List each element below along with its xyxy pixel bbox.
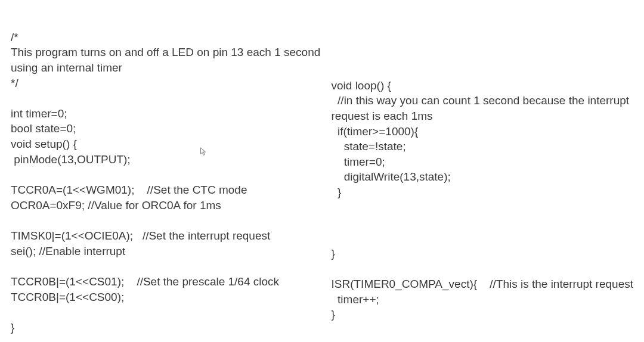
- code-line: //in this way you can count 1 second bec…: [332, 94, 630, 107]
- code-line: /*: [11, 31, 18, 43]
- code-line: }: [332, 186, 342, 198]
- code-line: state=!state;: [332, 140, 406, 153]
- code-line: pinMode(13,OUTPUT);: [11, 153, 131, 166]
- code-line: This program turns on and off a LED on p…: [11, 46, 320, 58]
- code-line: TCCR0A=(1<<WGM01); //Set the CTC mode: [11, 184, 247, 196]
- code-line: TCCR0B|=(1<<CS00);: [11, 291, 124, 303]
- code-line: bool state=0;: [11, 122, 76, 135]
- code-line: */: [11, 77, 18, 89]
- code-line: }: [332, 247, 335, 260]
- code-line: void setup() {: [11, 138, 77, 150]
- code-line: OCR0A=0xF9; //Value for ORC0A for 1ms: [11, 199, 221, 212]
- code-line: }: [332, 308, 335, 321]
- code-column-right: void loop() { //in this way you can coun…: [332, 14, 633, 335]
- code-line: TIMSK0|=(1<<OCIE0A); //Set the interrupt…: [11, 229, 270, 242]
- code-line: void loop() {: [332, 79, 391, 92]
- code-line: int timer=0;: [11, 107, 67, 120]
- code-line: digitalWrite(13,state);: [332, 170, 451, 183]
- code-line: TCCR0B|=(1<<CS01); //Set the prescale 1/…: [11, 275, 279, 288]
- code-line: sei(); //Enable interrupt: [11, 245, 125, 257]
- code-line: timer++;: [332, 293, 379, 306]
- code-columns: /* This program turns on and off a LED o…: [11, 14, 633, 335]
- code-line: timer=0;: [332, 156, 385, 168]
- code-column-left: /* This program turns on and off a LED o…: [11, 14, 332, 335]
- code-line: if(timer>=1000){: [332, 125, 419, 138]
- code-line: ISR(TIMER0_COMPA_vect){ //This is the in…: [332, 278, 633, 290]
- code-line: }: [11, 321, 14, 334]
- code-line: using an internal timer: [11, 61, 122, 74]
- code-line: request is each 1ms: [332, 110, 433, 122]
